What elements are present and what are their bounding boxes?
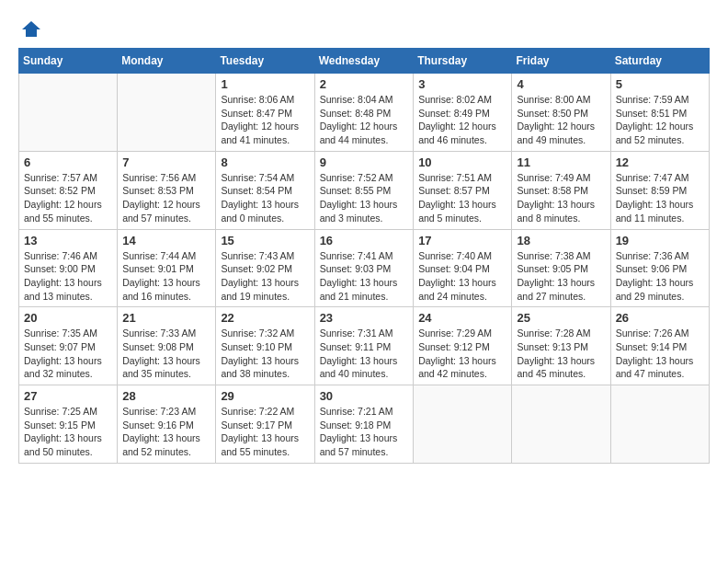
col-header-tuesday: Tuesday <box>216 49 314 74</box>
calendar-cell: 21 Sunrise: 7:33 AM Sunset: 9:08 PM Dayl… <box>118 307 216 385</box>
daylight: Daylight: 12 hours and 41 minutes. <box>221 121 299 145</box>
day-number: 14 <box>122 234 210 247</box>
day-info: Sunrise: 7:51 AM Sunset: 8:57 PM Dayligh… <box>418 171 506 225</box>
day-info: Sunrise: 8:04 AM Sunset: 8:48 PM Dayligh… <box>320 93 409 147</box>
sunset: Sunset: 9:05 PM <box>517 263 588 274</box>
sunset: Sunset: 9:18 PM <box>320 419 392 431</box>
day-info: Sunrise: 7:22 AM Sunset: 9:17 PM Dayligh… <box>221 405 309 459</box>
sunset: Sunset: 8:49 PM <box>418 108 490 119</box>
calendar-cell: 16 Sunrise: 7:41 AM Sunset: 9:03 PM Dayl… <box>314 229 414 307</box>
daylight: Daylight: 13 hours and 27 minutes. <box>517 277 595 302</box>
day-number: 13 <box>24 234 112 247</box>
day-info: Sunrise: 7:43 AM Sunset: 9:02 PM Dayligh… <box>221 249 309 304</box>
day-info: Sunrise: 7:32 AM Sunset: 9:10 PM Dayligh… <box>221 327 309 381</box>
day-info: Sunrise: 7:35 AM Sunset: 9:07 PM Dayligh… <box>24 327 112 381</box>
sunset: Sunset: 9:03 PM <box>320 263 392 274</box>
daylight: Daylight: 13 hours and 45 minutes. <box>517 355 595 380</box>
sunrise: Sunrise: 7:31 AM <box>320 327 393 339</box>
day-number: 16 <box>320 234 409 247</box>
day-number: 25 <box>517 311 605 325</box>
sunrise: Sunrise: 7:40 AM <box>418 250 492 261</box>
sunrise: Sunrise: 7:26 AM <box>616 327 689 339</box>
sunrise: Sunrise: 8:02 AM <box>418 94 492 105</box>
day-number: 30 <box>320 389 409 403</box>
sunrise: Sunrise: 8:06 AM <box>221 94 294 105</box>
logo <box>18 18 42 40</box>
day-info: Sunrise: 7:28 AM Sunset: 9:13 PM Dayligh… <box>517 327 605 381</box>
daylight: Daylight: 13 hours and 24 minutes. <box>418 277 496 302</box>
calendar-cell: 20 Sunrise: 7:35 AM Sunset: 9:07 PM Dayl… <box>19 307 118 385</box>
sunset: Sunset: 8:54 PM <box>221 185 292 196</box>
daylight: Daylight: 13 hours and 38 minutes. <box>221 355 299 380</box>
calendar-cell: 6 Sunrise: 7:57 AM Sunset: 8:52 PM Dayli… <box>19 151 118 229</box>
calendar-cell: 13 Sunrise: 7:46 AM Sunset: 9:00 PM Dayl… <box>19 229 118 307</box>
sunset: Sunset: 9:15 PM <box>24 419 96 431</box>
day-info: Sunrise: 7:36 AM Sunset: 9:06 PM Dayligh… <box>616 249 704 304</box>
day-info: Sunrise: 7:40 AM Sunset: 9:04 PM Dayligh… <box>418 249 506 304</box>
sunrise: Sunrise: 7:47 AM <box>616 172 689 183</box>
sunset: Sunset: 9:17 PM <box>221 419 292 431</box>
day-number: 7 <box>122 155 210 169</box>
calendar-cell: 30 Sunrise: 7:21 AM Sunset: 9:18 PM Dayl… <box>314 385 414 464</box>
day-number: 5 <box>616 77 704 91</box>
daylight: Daylight: 13 hours and 55 minutes. <box>221 432 299 457</box>
sunrise: Sunrise: 7:56 AM <box>122 172 196 183</box>
sunset: Sunset: 9:01 PM <box>122 263 194 274</box>
day-number: 12 <box>616 155 704 169</box>
sunrise: Sunrise: 7:41 AM <box>320 250 393 261</box>
daylight: Daylight: 12 hours and 57 minutes. <box>122 199 200 224</box>
day-info: Sunrise: 7:21 AM Sunset: 9:18 PM Dayligh… <box>320 405 409 459</box>
day-number: 4 <box>517 77 605 91</box>
day-number: 29 <box>221 389 309 403</box>
calendar-cell: 24 Sunrise: 7:29 AM Sunset: 9:12 PM Dayl… <box>414 307 512 385</box>
calendar-cell <box>118 74 216 152</box>
week-row: 1 Sunrise: 8:06 AM Sunset: 8:47 PM Dayli… <box>19 74 710 152</box>
calendar-cell <box>610 385 709 464</box>
daylight: Daylight: 12 hours and 44 minutes. <box>320 121 398 145</box>
day-info: Sunrise: 7:56 AM Sunset: 8:53 PM Dayligh… <box>122 171 210 225</box>
sunrise: Sunrise: 7:46 AM <box>24 250 97 261</box>
day-info: Sunrise: 7:38 AM Sunset: 9:05 PM Dayligh… <box>517 249 605 304</box>
daylight: Daylight: 13 hours and 13 minutes. <box>24 277 102 302</box>
sunset: Sunset: 9:16 PM <box>122 419 194 431</box>
day-info: Sunrise: 7:33 AM Sunset: 9:08 PM Dayligh… <box>122 327 210 381</box>
calendar-cell: 28 Sunrise: 7:23 AM Sunset: 9:16 PM Dayl… <box>118 385 216 464</box>
sunset: Sunset: 8:57 PM <box>418 185 490 196</box>
daylight: Daylight: 13 hours and 42 minutes. <box>418 355 496 380</box>
daylight: Daylight: 13 hours and 11 minutes. <box>616 199 694 224</box>
day-number: 1 <box>221 77 309 91</box>
daylight: Daylight: 13 hours and 21 minutes. <box>320 277 398 302</box>
sunset: Sunset: 8:51 PM <box>616 108 688 119</box>
calendar-cell: 23 Sunrise: 7:31 AM Sunset: 9:11 PM Dayl… <box>314 307 414 385</box>
week-row: 6 Sunrise: 7:57 AM Sunset: 8:52 PM Dayli… <box>19 151 710 229</box>
calendar-cell: 9 Sunrise: 7:52 AM Sunset: 8:55 PM Dayli… <box>314 151 414 229</box>
daylight: Daylight: 13 hours and 52 minutes. <box>122 432 200 457</box>
sunrise: Sunrise: 7:33 AM <box>122 327 196 339</box>
calendar-cell: 19 Sunrise: 7:36 AM Sunset: 9:06 PM Dayl… <box>610 229 709 307</box>
sunset: Sunset: 9:02 PM <box>221 263 292 274</box>
calendar-cell: 4 Sunrise: 8:00 AM Sunset: 8:50 PM Dayli… <box>512 74 610 152</box>
calendar-cell: 1 Sunrise: 8:06 AM Sunset: 8:47 PM Dayli… <box>216 74 314 152</box>
svg-marker-0 <box>22 21 40 37</box>
sunrise: Sunrise: 7:52 AM <box>320 172 393 183</box>
daylight: Daylight: 12 hours and 52 minutes. <box>616 121 694 145</box>
day-info: Sunrise: 7:23 AM Sunset: 9:16 PM Dayligh… <box>122 405 210 459</box>
day-info: Sunrise: 7:49 AM Sunset: 8:58 PM Dayligh… <box>517 171 605 225</box>
week-row: 27 Sunrise: 7:25 AM Sunset: 9:15 PM Dayl… <box>19 385 710 464</box>
sunset: Sunset: 8:58 PM <box>517 185 588 196</box>
daylight: Daylight: 12 hours and 55 minutes. <box>24 199 102 224</box>
day-number: 19 <box>616 234 704 247</box>
day-number: 15 <box>221 234 309 247</box>
daylight: Daylight: 12 hours and 46 minutes. <box>418 121 496 145</box>
day-number: 27 <box>24 389 112 403</box>
daylight: Daylight: 13 hours and 50 minutes. <box>24 432 102 457</box>
daylight: Daylight: 13 hours and 32 minutes. <box>24 355 102 380</box>
calendar-cell: 3 Sunrise: 8:02 AM Sunset: 8:49 PM Dayli… <box>414 74 512 152</box>
calendar-cell <box>414 385 512 464</box>
day-info: Sunrise: 7:57 AM Sunset: 8:52 PM Dayligh… <box>24 171 112 225</box>
daylight: Daylight: 12 hours and 49 minutes. <box>517 121 595 145</box>
day-number: 20 <box>24 311 112 325</box>
daylight: Daylight: 13 hours and 8 minutes. <box>517 199 595 224</box>
sunrise: Sunrise: 7:54 AM <box>221 172 294 183</box>
day-number: 9 <box>320 155 409 169</box>
